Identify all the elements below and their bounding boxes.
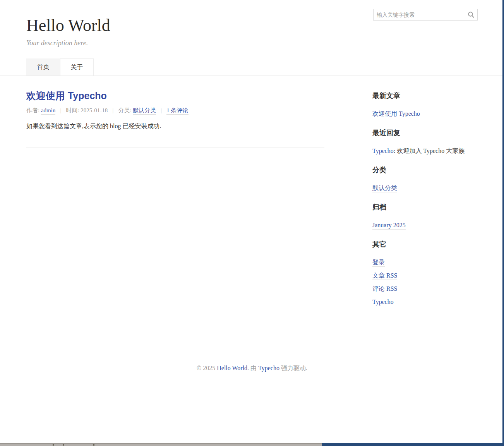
widget-title: 分类 bbox=[372, 166, 478, 174]
widget-title: 最近回复 bbox=[372, 129, 478, 137]
taskbar-icon-sliver bbox=[53, 444, 54, 446]
post: 欢迎使用 Typecho 作者: admin|时间: 2025-01-18|分类… bbox=[26, 90, 324, 130]
taskbar-icon-sliver bbox=[63, 444, 64, 446]
category-list-link[interactable]: 默认分类 bbox=[372, 185, 397, 192]
widget-title: 其它 bbox=[372, 240, 478, 249]
comments-rss-link[interactable]: 评论 RSS bbox=[372, 285, 397, 293]
post-meta: 作者: admin|时间: 2025-01-18|分类: 默认分类|1 条评论 bbox=[26, 107, 324, 114]
meta-separator: | bbox=[161, 107, 162, 113]
meta-separator: | bbox=[60, 107, 61, 113]
sidebar: 最新文章 欢迎使用 Typecho 最近回复 Typecho: 欢迎加入 Typ… bbox=[372, 76, 478, 364]
footer-site-link[interactable]: Hello World bbox=[217, 365, 247, 371]
widget-recent-posts: 最新文章 欢迎使用 Typecho bbox=[372, 91, 478, 118]
author-label: 作者: bbox=[26, 107, 39, 113]
search-icon[interactable] bbox=[468, 11, 475, 18]
list-item: 登录 bbox=[372, 259, 478, 266]
footer-text: 强力驱动. bbox=[279, 365, 307, 371]
taskbar-sliver-navy bbox=[322, 443, 504, 446]
post-body: 如果您看到这篇文章,表示您的 blog 已经安装成功. bbox=[26, 122, 324, 130]
posts-rss-link[interactable]: 文章 RSS bbox=[372, 272, 397, 280]
widget-recent-comments: 最近回复 Typecho: 欢迎加入 Typecho 大家族 bbox=[372, 129, 478, 155]
search-input[interactable] bbox=[374, 9, 465, 20]
typecho-link[interactable]: Typecho bbox=[372, 298, 394, 306]
recent-comment-excerpt: : 欢迎加入 Typecho 大家族 bbox=[394, 148, 465, 154]
list-item: 文章 RSS bbox=[372, 272, 478, 280]
window-edge-right bbox=[502, 0, 504, 446]
nav-tab-home[interactable]: 首页 bbox=[26, 58, 60, 75]
comments-link[interactable]: 1 条评论 bbox=[166, 107, 188, 115]
recent-post-link[interactable]: 欢迎使用 Typecho bbox=[372, 110, 420, 118]
taskbar-sliver-gray bbox=[0, 443, 322, 446]
list-item: 欢迎使用 Typecho bbox=[372, 110, 478, 118]
copyright-text: © 2025 bbox=[197, 365, 217, 371]
site-description: Your description here. bbox=[26, 39, 478, 47]
post-divider bbox=[26, 148, 324, 148]
footer-text: . 由 bbox=[247, 365, 258, 371]
main-column: 欢迎使用 Typecho 作者: admin|时间: 2025-01-18|分类… bbox=[26, 76, 324, 364]
content-area: 欢迎使用 Typecho 作者: admin|时间: 2025-01-18|分类… bbox=[26, 76, 478, 364]
page-footer: © 2025 Hello World. 由 Typecho 强力驱动. bbox=[0, 364, 504, 372]
list-item: Typecho: 欢迎加入 Typecho 大家族 bbox=[372, 147, 478, 155]
footer-typecho-link[interactable]: Typecho bbox=[258, 365, 279, 371]
category-link[interactable]: 默认分类 bbox=[133, 107, 156, 115]
post-date: 时间: 2025-01-18 bbox=[66, 107, 108, 113]
site-header: Hello World Your description here. 首页 关于 bbox=[26, 0, 478, 75]
search-box bbox=[373, 9, 478, 21]
taskbar-icon-sliver bbox=[93, 444, 94, 446]
list-item: January 2025 bbox=[372, 221, 478, 229]
category-label: 分类: bbox=[118, 107, 131, 113]
login-link[interactable]: 登录 bbox=[372, 259, 385, 267]
recent-comment-author-link[interactable]: Typecho bbox=[372, 148, 394, 155]
post-title-link[interactable]: 欢迎使用 Typecho bbox=[26, 90, 324, 101]
author-link[interactable]: admin bbox=[41, 107, 56, 115]
archive-link[interactable]: January 2025 bbox=[372, 222, 406, 230]
widget-misc: 其它 登录 文章 RSS 评论 RSS Typecho bbox=[372, 240, 478, 306]
widget-title: 归档 bbox=[372, 203, 478, 211]
list-item: Typecho bbox=[372, 298, 478, 306]
widget-archives: 归档 January 2025 bbox=[372, 203, 478, 229]
list-item: 默认分类 bbox=[372, 184, 478, 192]
main-nav: 首页 关于 bbox=[26, 58, 478, 75]
widget-title: 最新文章 bbox=[372, 91, 478, 100]
list-item: 评论 RSS bbox=[372, 285, 478, 293]
widget-categories: 分类 默认分类 bbox=[372, 166, 478, 192]
nav-tab-about[interactable]: 关于 bbox=[60, 58, 94, 75]
blog-page: Hello World Your description here. 首页 关于… bbox=[0, 0, 504, 372]
meta-separator: | bbox=[112, 107, 113, 113]
